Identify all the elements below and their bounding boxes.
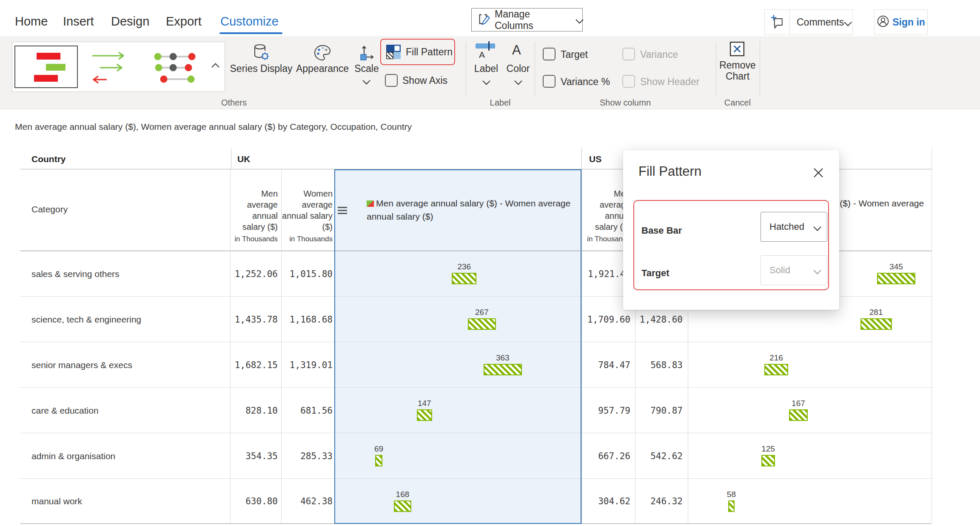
base-bar-value: Hatched	[769, 221, 804, 232]
hatched-bar	[860, 318, 892, 330]
uk-men-value: 354.35	[230, 433, 281, 479]
series-display-button[interactable]: Series Display	[229, 63, 293, 74]
col-header-uk-women: Women average annual salary ($) in Thous…	[281, 169, 334, 251]
uk-women-value: 1,168.68	[281, 297, 334, 342]
gallery-collapse-button[interactable]	[206, 42, 225, 92]
remove-chart-button-line2[interactable]: Chart	[716, 71, 759, 82]
page-title: Men average annual salary ($), Women ave…	[15, 122, 412, 132]
group-header-uk: UK	[237, 154, 250, 164]
appearance-button[interactable]: Appearance	[294, 63, 350, 74]
hatched-bar	[468, 318, 496, 330]
chevron-down-icon	[575, 16, 583, 23]
label-button[interactable]: Label	[471, 63, 501, 74]
scale-button[interactable]: Scale	[350, 63, 384, 74]
base-bar-dropdown[interactable]: Hatched	[761, 212, 827, 242]
row-category: manual work	[20, 479, 230, 524]
comments-label: Comments	[797, 17, 844, 28]
series-color-icon	[367, 200, 374, 207]
chart-type-gallery	[12, 42, 207, 92]
col-header-title: Women average annual salary ($)	[281, 188, 333, 232]
bar-label: 58	[727, 490, 736, 499]
tab-home[interactable]: Home	[15, 14, 48, 29]
col-header-unit: in Thousands	[234, 234, 278, 245]
gallery-thumb-bars-selected[interactable]	[14, 46, 78, 88]
uk-men-value: 1,435.78	[230, 297, 281, 342]
uk-men-value: 630.80	[230, 479, 281, 524]
hatched-bar	[877, 273, 916, 284]
row-category: science, tech & engineering	[20, 297, 230, 342]
uk-men-value: 828.10	[230, 388, 281, 433]
variance-bar-uk: 363	[484, 353, 522, 377]
col-header-title: Men average annual salary ($)	[230, 188, 278, 232]
chevron-down-icon	[813, 223, 821, 231]
close-icon[interactable]	[812, 166, 825, 179]
bar-label: 216	[769, 353, 783, 363]
hatched-bar	[417, 409, 432, 421]
fill-pattern-dialog: Fill Pattern Base Bar Hatched Target Sol…	[623, 150, 839, 310]
remove-chart-icon[interactable]	[729, 41, 745, 57]
row-category: senior managers & execs	[20, 342, 230, 388]
hatched-bar	[452, 273, 476, 284]
uk-women-value: 1,015.80	[281, 251, 334, 297]
bar-label: 69	[374, 444, 383, 454]
app-window: Home Insert Design Export Customize Mana…	[0, 0, 980, 526]
series-display-icon[interactable]	[252, 43, 271, 62]
group-label-others: Others	[215, 98, 253, 108]
sign-in-button[interactable]: Sign in	[874, 9, 928, 35]
table-row: admin & organisation 354.35 285.33 667.2…	[0, 433, 980, 479]
bar-label: 345	[889, 262, 903, 272]
fill-pattern-label: Fill Pattern	[406, 46, 453, 58]
country-header: Country	[31, 154, 66, 164]
tab-export[interactable]: Export	[166, 14, 202, 29]
variance-checkbox	[622, 48, 635, 60]
variance-bar-uk: 168	[394, 490, 412, 514]
gallery-thumb-dot-plot[interactable]	[148, 46, 204, 87]
scale-icon[interactable]	[357, 43, 376, 62]
remove-chart-button[interactable]: Remove	[716, 60, 759, 71]
us-men-value: 667.26	[581, 433, 635, 479]
gallery-thumb-arrows[interactable]	[85, 46, 144, 87]
bar-label: 168	[396, 490, 410, 499]
variance-pct-checkbox[interactable]	[543, 75, 556, 88]
uk-women-value: 285.33	[281, 433, 334, 479]
manage-columns-button[interactable]: Manage Columns	[471, 8, 583, 31]
target-label: Target	[561, 49, 588, 60]
col-header-uk-men: Men average annual salary ($) in Thousan…	[230, 169, 281, 251]
variance-bar-uk: 147	[417, 399, 432, 423]
tab-design[interactable]: Design	[111, 14, 149, 29]
tab-insert[interactable]: Insert	[63, 14, 94, 29]
bar-label: 236	[457, 262, 471, 272]
row-category: sales & serving others	[20, 251, 230, 297]
color-icon[interactable]: A	[512, 43, 521, 58]
variance-bar-us: 281	[860, 308, 892, 332]
group-label-label: Label	[479, 98, 521, 108]
tab-customize[interactable]: Customize	[220, 14, 279, 29]
show-axis-label: Show Axis	[402, 75, 447, 86]
comments-button[interactable]: Comments	[764, 9, 853, 35]
row-category: admin & organisation	[20, 433, 230, 479]
chevron-up-icon	[211, 63, 219, 71]
variance-bar-uk: 69	[375, 444, 382, 468]
drag-handle-icon[interactable]	[338, 207, 347, 214]
target-checkbox[interactable]	[543, 48, 556, 60]
thumb-green-bar	[46, 64, 66, 71]
dialog-title: Fill Pattern	[638, 164, 701, 179]
us-men-value: 304.62	[581, 479, 635, 524]
ribbon: Home Insert Design Export Customize Mana…	[0, 0, 980, 109]
chart-column-header-uk[interactable]: Men average annual salary ($) - Women av…	[367, 197, 576, 223]
thumb-red-bar	[37, 53, 60, 60]
us-women-value: 542.62	[635, 433, 688, 479]
uk-women-value: 462.38	[281, 479, 334, 524]
chevron-down-icon	[844, 18, 852, 26]
group-label-cancel: Cancel	[716, 98, 759, 108]
ribbon-separator	[760, 42, 760, 96]
variance-label: Variance	[640, 49, 678, 60]
sign-in-label: Sign in	[892, 17, 925, 28]
color-button[interactable]: Color	[504, 63, 532, 74]
fill-pattern-button[interactable]: Fill Pattern	[380, 39, 455, 65]
show-axis-checkbox[interactable]	[385, 74, 398, 87]
table-row: care & education 828.10 681.56 957.79 79…	[0, 388, 980, 433]
label-icon[interactable]: A	[476, 42, 497, 62]
add-comment-icon[interactable]	[765, 10, 790, 34]
appearance-icon[interactable]	[313, 43, 332, 62]
